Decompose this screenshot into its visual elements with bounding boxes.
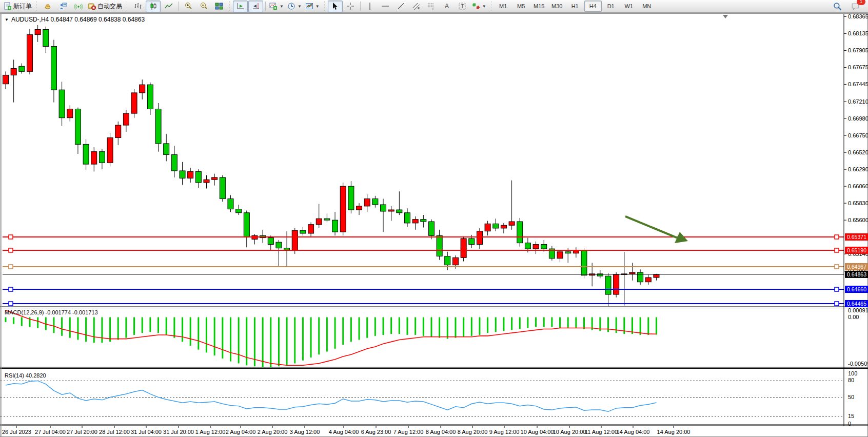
price-tick-label: 0.65600 (848, 217, 868, 223)
new-order-icon (4, 2, 12, 10)
time-tick-label[interactable]: 9 Aug 12:00 (489, 429, 520, 435)
time-tick-label[interactable]: 8 Aug 04:00 (426, 429, 456, 435)
line-chart-icon (165, 2, 173, 10)
text-button[interactable]: A (440, 1, 455, 12)
chart-shift-marker[interactable] (723, 15, 728, 18)
clock-icon (287, 2, 295, 10)
signals-button[interactable] (71, 1, 86, 12)
line-drag-handle[interactable] (835, 287, 839, 291)
time-tick-label[interactable]: 2 Aug 20:00 (258, 429, 288, 435)
candle-body (19, 66, 25, 71)
trendline-button[interactable] (393, 1, 408, 12)
line-drag-handle[interactable] (9, 235, 13, 239)
strategy-tester-button[interactable] (55, 1, 70, 12)
new-order-button[interactable]: 新订单 (2, 1, 33, 12)
zoom-out-button[interactable] (196, 1, 211, 12)
line-drag-handle[interactable] (9, 265, 13, 269)
chart-canvas[interactable]: 0.683650.681350.679050.676750.674450.672… (1, 14, 868, 437)
time-tick-label[interactable]: 14 Aug 04:00 (617, 429, 650, 435)
candle-body (195, 171, 201, 183)
candle-body (445, 256, 450, 265)
toolbar-right-group: 1 (830, 1, 866, 12)
zoom-in-button[interactable] (181, 1, 195, 12)
cursor-button[interactable] (328, 1, 343, 12)
chart-shift-button[interactable] (248, 1, 263, 12)
rsi-scale-label: 80 (848, 377, 854, 383)
candlestick-chart-button[interactable] (146, 1, 161, 12)
line-drag-handle[interactable] (9, 302, 13, 306)
dropdown-arrow-icon: ▼ (280, 4, 284, 9)
fibonacci-button[interactable]: F (424, 1, 439, 12)
tile-windows-button[interactable] (211, 1, 226, 12)
line-drag-handle[interactable] (9, 287, 13, 291)
rsi-scale-label: 0 (848, 421, 851, 427)
candle-body (11, 69, 16, 75)
time-tick-label[interactable]: 1 Aug 12:00 (195, 429, 226, 435)
price-tick-label: 0.67210 (848, 98, 868, 105)
candle-body (461, 239, 466, 257)
channel-icon: E (412, 2, 420, 10)
time-tick-label[interactable]: 4 Aug 04:00 (329, 429, 359, 435)
time-tick-label[interactable]: 27 Jul 04:00 (35, 429, 66, 435)
gold-icon (44, 2, 52, 10)
time-tick-label[interactable]: 26 Jul 2023 (2, 429, 31, 435)
vertical-line-button[interactable] (363, 1, 378, 12)
auto-scroll-button[interactable] (233, 1, 248, 12)
autotrading-button[interactable]: 自动交易 (86, 1, 124, 12)
horizontal-line-button[interactable] (378, 1, 393, 12)
timeframe-button-h4[interactable]: H4 (584, 1, 602, 12)
time-tick-label[interactable]: 7 Aug 12:00 (393, 429, 424, 435)
notifications-button[interactable]: 1 (848, 1, 863, 12)
timeframe-button-w1[interactable]: W1 (620, 1, 638, 12)
timeframe-button-m15[interactable]: M15 (530, 1, 548, 12)
candle-body (645, 277, 651, 282)
line-drag-handle[interactable] (835, 265, 839, 269)
line-drag-handle[interactable] (9, 248, 13, 252)
time-tick-label[interactable]: 14 Aug 20:00 (657, 429, 691, 435)
time-tick-label[interactable]: 2 Aug 04:00 (226, 429, 256, 435)
time-tick-label[interactable]: 27 Jul 20:00 (67, 429, 97, 435)
timeframe-button-m1[interactable]: M1 (495, 1, 512, 12)
template-icon (305, 2, 313, 10)
line-drag-handle[interactable] (835, 302, 839, 306)
chart-title: ▼ AUDUSD-,H4 0.64847 0.64869 0.64838 0.6… (5, 16, 145, 23)
timeframe-button-m5[interactable]: M5 (512, 1, 530, 12)
crosshair-button[interactable] (343, 1, 358, 12)
time-tick-label[interactable]: 10 Aug 20:00 (553, 429, 586, 435)
periods-button[interactable]: ▼ (286, 1, 303, 12)
timeframe-button-d1[interactable]: D1 (602, 1, 620, 12)
time-tick-label[interactable]: 28 Jul 12:00 (99, 429, 130, 435)
candle-body (493, 224, 499, 228)
candle-body (428, 222, 434, 235)
bar-chart-button[interactable] (130, 1, 145, 12)
time-tick-label[interactable]: 11 Aug 12:00 (585, 429, 618, 435)
equidistant-channel-button[interactable]: E (409, 1, 424, 12)
time-tick-label[interactable]: 31 Jul 04:00 (131, 429, 162, 435)
indicators-button[interactable]: ▼ (268, 1, 285, 12)
candle-body (654, 274, 659, 277)
time-tick-label[interactable]: 31 Jul 20:00 (163, 429, 194, 435)
metatrader-window: 新订单 (0, 0, 868, 437)
line-drag-handle[interactable] (835, 248, 839, 252)
text-label-button[interactable]: T (455, 1, 470, 12)
line-chart-button[interactable] (161, 1, 176, 12)
gold-quotes-button[interactable] (40, 1, 55, 12)
time-tick-label[interactable]: 6 Aug 23:00 (361, 429, 391, 435)
timeframe-button-m30[interactable]: M30 (548, 1, 566, 12)
candle-body (140, 85, 145, 93)
timeframe-button-h1[interactable]: H1 (566, 1, 584, 12)
line-drag-handle[interactable] (835, 235, 839, 239)
candle-body (412, 220, 418, 223)
candle-body (565, 252, 571, 253)
arrows-tool-icon (472, 2, 480, 10)
hline-price-tag-label: 0.64967 (847, 264, 866, 270)
price-tick-label: 0.66750 (848, 132, 868, 138)
time-tick-label[interactable]: 8 Aug 20:00 (458, 429, 488, 435)
time-tick-label[interactable]: 10 Aug 04:00 (521, 429, 554, 435)
timeframe-button-mn[interactable]: MN (638, 1, 656, 12)
search-button[interactable] (830, 1, 845, 12)
trend-arrow-annotation[interactable] (625, 216, 679, 239)
time-tick-label[interactable]: 3 Aug 12:00 (290, 429, 320, 435)
arrows-tool-button[interactable]: ▼ (470, 1, 488, 12)
templates-button[interactable]: ▼ (304, 1, 321, 12)
